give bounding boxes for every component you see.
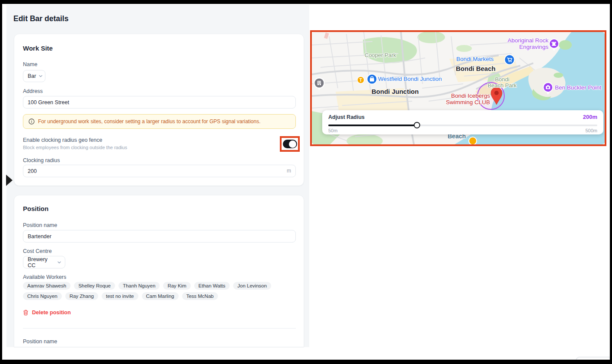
geo-fence-toggle[interactable] <box>283 140 297 148</box>
cursor-arrow-annotation <box>6 174 13 186</box>
delete-position-button[interactable]: Delete position <box>23 310 71 316</box>
name-label: Name <box>23 61 37 67</box>
radius-unit-suffix: m <box>287 168 291 174</box>
map-canvas[interactable]: T <box>312 32 605 144</box>
delete-position-label: Delete position <box>32 310 71 316</box>
label-line: Swimming CLUB <box>446 99 490 105</box>
geo-fence-description: Block employees from clocking outside th… <box>23 145 127 150</box>
page-title: Edit Bar details <box>13 14 68 23</box>
worker-chip[interactable]: Tess McNab <box>182 292 218 300</box>
clocking-radius-input[interactable] <box>23 165 296 177</box>
geo-fence-label: Enable clocking radius geo fence <box>23 137 102 143</box>
map-label-cooper-park: Cooper Park <box>365 52 396 58</box>
edit-details-panel: Edit Bar details Work Site Name Bar Addr… <box>6 5 309 347</box>
app-page: Edit Bar details Work Site Name Bar Addr… <box>2 4 610 360</box>
info-icon <box>29 118 35 125</box>
map-label-ben-buckler[interactable]: Ben Buckler Point <box>555 84 601 91</box>
position-name-input[interactable] <box>23 230 296 243</box>
adjust-radius-panel: Adjust Radius 200m 50m 500m <box>322 110 603 134</box>
site-name-select[interactable]: Bar <box>23 70 45 82</box>
available-workers-list: Aamrav ShaweshShelley RoqueThanh NguyenR… <box>23 282 296 300</box>
worker-chip[interactable]: Jon Levinson <box>233 282 271 290</box>
next-position-name-label: Position name <box>23 338 57 345</box>
map-label-beach-park: BondiBeach Park <box>484 77 520 89</box>
map-label-westfield[interactable]: Westfield Bondi Junction <box>378 76 442 82</box>
svg-text:T: T <box>359 78 362 83</box>
position-card: Position Position name Cost Centre Brewe… <box>14 195 304 347</box>
worker-chip[interactable]: Ray Kim <box>163 282 190 290</box>
address-label: Address <box>23 88 43 94</box>
worker-chip[interactable]: test no invite <box>102 292 138 300</box>
cost-centre-label: Cost Centre <box>23 248 52 254</box>
site-name-value: Bar <box>28 73 36 79</box>
bottom-right-widget-peek[interactable] <box>576 357 610 360</box>
warning-text: For underground work sites, consider set… <box>38 118 260 125</box>
label-line: Bondi <box>495 76 509 83</box>
worker-chip[interactable]: Thanh Nguyen <box>119 282 160 290</box>
gps-warning-banner: For underground work sites, consider set… <box>23 114 296 129</box>
radius-max-label: 500m <box>585 128 597 133</box>
worker-chip[interactable]: Aamrav Shawesh <box>23 282 70 290</box>
label-line: Beach Park <box>487 82 516 89</box>
map-label-bondi-markets[interactable]: Bondi Markets <box>456 56 493 62</box>
label-line: Engravings <box>519 44 548 50</box>
clocking-radius-field: m <box>23 165 296 177</box>
work-site-card: Work Site Name Bar Address For undergrou… <box>14 34 304 186</box>
chevron-down-icon <box>57 260 61 265</box>
radius-slider-fill <box>328 125 417 126</box>
position-name-label: Position name <box>23 222 57 228</box>
map-label-aboriginal-engravings[interactable]: Aboriginal RockEngravings <box>499 37 548 50</box>
worker-chip[interactable]: Shelley Roque <box>74 282 115 290</box>
worker-chip[interactable]: Chris Nguyen <box>23 292 62 300</box>
shopping-cart-icon[interactable] <box>505 55 515 65</box>
address-input[interactable] <box>23 96 296 109</box>
adjust-radius-label: Adjust Radius <box>328 114 365 120</box>
chevron-down-icon <box>38 74 43 78</box>
cost-centre-select[interactable]: Brewery CC <box>23 256 65 268</box>
position-title: Position <box>23 205 48 212</box>
clocking-radius-label: Clocking radius <box>23 157 60 163</box>
radius-min-label: 50m <box>328 128 337 133</box>
map-label-bondi-junction: Bondi Junction <box>372 88 419 95</box>
label-line: Bondi Icebergs <box>451 93 490 99</box>
toggle-highlight-box <box>280 136 300 152</box>
label-line: Aboriginal Rock <box>507 37 548 44</box>
radius-slider-track[interactable] <box>328 125 597 126</box>
worker-chip[interactable]: Ray Zhang <box>65 292 98 300</box>
map-label-bondi-beach: Bondi Beach <box>456 65 496 72</box>
available-workers-label: Available Workers <box>23 274 66 280</box>
work-site-title: Work Site <box>23 45 53 52</box>
map-highlight-box: T <box>310 30 606 146</box>
worker-chip[interactable]: Ethan Watts <box>194 282 230 290</box>
cost-centre-value: Brewery CC <box>28 256 54 268</box>
adjust-radius-value: 200m <box>583 114 597 120</box>
shopping-bag-icon[interactable] <box>367 74 377 84</box>
worker-chip[interactable]: Cam Marling <box>142 292 179 300</box>
map-label-bondi-icebergs[interactable]: Bondi IcebergsSwimming CLUB <box>437 93 490 105</box>
toggle-knob <box>289 140 296 148</box>
transit-icon[interactable]: T <box>357 77 364 83</box>
radius-slider-thumb[interactable] <box>414 122 420 128</box>
trash-icon <box>23 310 29 316</box>
section-divider <box>23 328 296 329</box>
screenshot-frame: Edit Bar details Work Site Name Bar Addr… <box>0 0 612 364</box>
poi-icon-partial[interactable] <box>469 137 477 144</box>
